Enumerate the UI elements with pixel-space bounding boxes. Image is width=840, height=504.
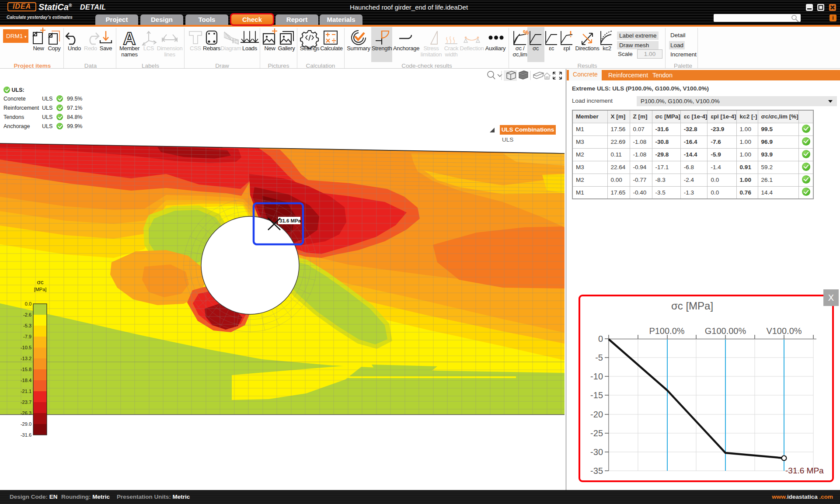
svg-text:-10: -10 xyxy=(590,372,603,381)
svg-text:-18.4: -18.4 xyxy=(21,378,31,383)
svg-text:-7.9: -7.9 xyxy=(23,334,31,339)
svg-text:-26.3: -26.3 xyxy=(21,410,31,416)
svg-text:P100.0%: P100.0% xyxy=(649,326,684,336)
svg-text:V100.0%: V100.0% xyxy=(766,326,802,336)
svg-text:0: 0 xyxy=(598,334,603,344)
svg-text:-31.6 MPa: -31.6 MPa xyxy=(785,466,824,475)
svg-text:-10.5: -10.5 xyxy=(21,345,31,350)
svg-text:31.6 MPa: 31.6 MPa xyxy=(279,218,301,223)
svg-text:σc: σc xyxy=(37,279,43,285)
svg-text:σc [MPa]: σc [MPa] xyxy=(671,300,713,312)
svg-text:-20: -20 xyxy=(590,410,603,419)
svg-text:0.0: 0.0 xyxy=(25,301,31,306)
svg-text:-29.0: -29.0 xyxy=(21,421,31,427)
svg-text:-5.3: -5.3 xyxy=(23,323,31,328)
svg-text:-30: -30 xyxy=(590,447,603,457)
svg-text:-31.6: -31.6 xyxy=(21,432,31,438)
svg-text:-13.2: -13.2 xyxy=(21,356,31,361)
svg-text:G100.00%: G100.00% xyxy=(705,326,746,336)
svg-text:-23.7: -23.7 xyxy=(21,400,31,405)
svg-text:-25: -25 xyxy=(590,428,603,438)
svg-text:[MPa]: [MPa] xyxy=(34,287,47,292)
svg-text:-2.6: -2.6 xyxy=(23,312,31,317)
svg-text:%: % xyxy=(523,28,529,36)
svg-text:-15.8: -15.8 xyxy=(21,367,31,372)
svg-text:-21.1: -21.1 xyxy=(21,389,31,394)
svg-text:-35: -35 xyxy=(590,466,603,476)
svg-text:-15: -15 xyxy=(590,390,603,400)
svg-text:-5: -5 xyxy=(595,353,603,362)
